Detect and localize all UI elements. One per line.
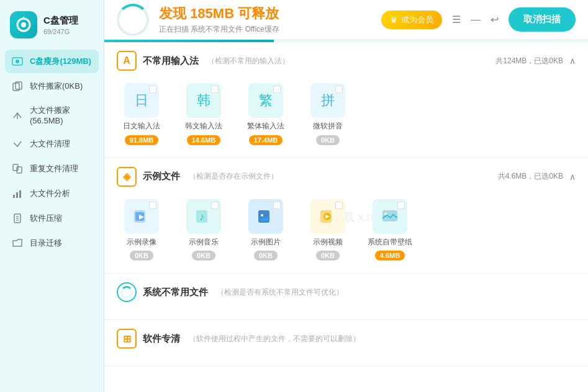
- app-logo: [10, 11, 37, 38]
- file-item-示例图片[interactable]: 示例图片 0KB: [241, 199, 291, 261]
- cancel-scan-button[interactable]: 取消扫描: [509, 7, 576, 32]
- nav-label-large-move: 大文件搬家(56.5MB): [30, 105, 93, 125]
- crown-icon: ♛: [390, 15, 398, 25]
- svg-rect-10: [13, 195, 15, 198]
- items-grid-input-method: 日 日文输入法 91.8MB 韩 韩文输入法 14.6MB 繁 繁体输入法 17…: [117, 79, 576, 149]
- nav-label-dup-clean: 重复文件清理: [30, 163, 78, 174]
- svg-rect-11: [16, 192, 18, 198]
- sidebar-item-dir-move[interactable]: 目录迁移: [5, 231, 99, 255]
- file-size: 17.4MB: [249, 135, 283, 145]
- file-label: 系统自带壁纸: [368, 238, 412, 247]
- file-icon-wrap: [248, 199, 283, 234]
- section-soft-clean: ⊞ 软件专清 （软件使用过程中产生的文件，不需要的可以删除）: [104, 320, 588, 367]
- file-item-系统自带壁纸[interactable]: 系统自带壁纸 4.6MB: [365, 199, 415, 261]
- section-header-right: 共124MB，已选0KB∧: [495, 56, 576, 66]
- file-size: 0KB: [316, 251, 340, 261]
- back-button[interactable]: ↩: [488, 11, 501, 28]
- nav-icon-large-move: [11, 109, 24, 122]
- file-label: 繁体输入法: [247, 122, 284, 131]
- nav-label-soft-move: 软件搬家(0KB): [30, 81, 83, 92]
- file-item-韩文输入法[interactable]: 韩 韩文输入法 14.6MB: [179, 83, 228, 145]
- nav-label-soft-compress: 软件压缩: [30, 213, 62, 224]
- file-label: 韩文输入法: [185, 122, 222, 131]
- section-desc-sample-files: （检测是否存在示例文件）: [189, 171, 278, 182]
- sidebar-item-large-analysis[interactable]: 大文件分析: [5, 182, 99, 205]
- section-input-method: A 不常用输入法 （检测不常用的输入法） 共124MB，已选0KB∧ 日 日文输…: [104, 42, 588, 158]
- section-title-soft-clean: 软件专清: [143, 333, 180, 345]
- file-label: 日文输入法: [123, 122, 160, 131]
- menu-icon-button[interactable]: ☰: [450, 11, 463, 28]
- file-label: 示例录像: [127, 238, 156, 247]
- section-icon-sample-files: ◈: [117, 167, 137, 187]
- file-icon-wrap: 日: [124, 83, 159, 118]
- section-header-left: 系统不常用文件 （检测是否有系统不常用文件可优化）: [117, 282, 343, 302]
- section-collapse-input-method[interactable]: ∧: [569, 56, 576, 66]
- nav-icon-dir-move: [11, 237, 24, 249]
- file-item-示例视频[interactable]: 示例视频 0KB: [303, 199, 353, 261]
- scan-text: 发现 185MB 可释放 正在扫描 系统不常用文件 Office缓存: [159, 4, 279, 35]
- svg-point-4: [16, 60, 19, 63]
- topbar: 发现 185MB 可释放 正在扫描 系统不常用文件 Office缓存 ♛ 成为会…: [104, 0, 588, 40]
- nav-icon-dup-clean: [11, 163, 24, 175]
- svg-point-1: [21, 22, 26, 27]
- sidebar: C盘管理 69/247G C盘瘦身(129MB) 软件搬家(0KB) 大文件搬家…: [0, 0, 104, 392]
- file-size: 91.8MB: [125, 135, 159, 145]
- section-header-right: 共4.6MB，已选0KB∧: [498, 171, 576, 182]
- scan-spinner: [117, 4, 149, 36]
- section-header-left: ⊞ 软件专清 （软件使用过程中产生的文件，不需要的可以删除）: [117, 329, 360, 349]
- topbar-right: ♛ 成为会员 ☰ — ↩ 取消扫描: [381, 7, 576, 32]
- section-desc-soft-clean: （软件使用过程中产生的文件，不需要的可以删除）: [189, 334, 360, 344]
- sidebar-item-soft-compress[interactable]: 软件压缩: [5, 207, 99, 230]
- topbar-left: 发现 185MB 可释放 正在扫描 系统不常用文件 Office缓存: [117, 4, 279, 36]
- section-loading-icon-sys-unused: [117, 282, 137, 302]
- section-collapse-sample-files[interactable]: ∧: [569, 172, 576, 182]
- nav-label-large-clean: 大文件清理: [30, 138, 70, 149]
- file-icon-wrap: 繁: [248, 83, 283, 118]
- file-icon-wrap: [124, 199, 159, 234]
- section-header-sample-files: ◈ 示例文件 （检测是否存在示例文件） 共4.6MB，已选0KB∧: [117, 167, 576, 187]
- minimize-button[interactable]: —: [468, 11, 483, 28]
- file-item-微软拼音[interactable]: 拼 微软拼音 0KB: [303, 83, 353, 145]
- svg-point-28: [384, 213, 387, 215]
- svg-rect-12: [19, 190, 21, 198]
- sidebar-item-large-move[interactable]: 大文件搬家(56.5MB): [5, 99, 99, 131]
- main-panel: 发现 185MB 可释放 正在扫描 系统不常用文件 Office缓存 ♛ 成为会…: [104, 0, 588, 392]
- file-item-示例音乐[interactable]: ♪ 示例音乐 0KB: [179, 199, 228, 261]
- sidebar-item-soft-move[interactable]: 软件搬家(0KB): [5, 74, 99, 98]
- file-item-日文输入法[interactable]: 日 日文输入法 91.8MB: [117, 83, 166, 145]
- section-icon-input-method: A: [117, 51, 137, 71]
- section-sample-files: ◈ 示例文件 （检测是否存在示例文件） 共4.6MB，已选0KB∧ 示例录像 0…: [104, 158, 588, 274]
- scan-subtitle: 正在扫描 系统不常用文件 Office缓存: [159, 24, 279, 35]
- file-size: 4.6MB: [375, 251, 405, 261]
- section-header-soft-clean: ⊞ 软件专清 （软件使用过程中产生的文件，不需要的可以删除）: [117, 329, 576, 349]
- section-header-sys-unused: 系统不常用文件 （检测是否有系统不常用文件可优化）: [117, 282, 576, 302]
- nav-label-large-analysis: 大文件分析: [30, 188, 70, 199]
- file-label: 微软拼音: [313, 122, 343, 131]
- file-icon-wrap: [310, 199, 345, 234]
- section-header-input-method: A 不常用输入法 （检测不常用的输入法） 共124MB，已选0KB∧: [117, 51, 576, 71]
- items-grid-sample-files: 示例录像 0KB ♪ 示例音乐 0KB 示例图片 0KB: [117, 195, 576, 265]
- nav-label-c-slim: C盘瘦身(129MB): [30, 56, 91, 67]
- section-header-left: ◈ 示例文件 （检测是否存在示例文件）: [117, 167, 278, 187]
- section-title-sys-unused: 系统不常用文件: [143, 287, 208, 298]
- vip-button[interactable]: ♛ 成为会员: [381, 11, 442, 29]
- section-desc-sys-unused: （检测是否有系统不常用文件可优化）: [217, 287, 343, 298]
- content-area: KKK下载 x.net A 不常用输入法 （检测不常用的输入法） 共124MB，…: [104, 42, 588, 392]
- sidebar-item-large-clean[interactable]: 大文件清理: [5, 132, 99, 156]
- file-label: 示例视频: [313, 238, 343, 247]
- sidebar-item-dup-clean[interactable]: 重复文件清理: [5, 157, 99, 180]
- file-label: 示例音乐: [189, 238, 219, 247]
- file-item-繁体输入法[interactable]: 繁 繁体输入法 17.4MB: [241, 83, 291, 145]
- section-header-left: A 不常用输入法 （检测不常用的输入法）: [117, 51, 289, 71]
- file-size: 14.6MB: [187, 135, 221, 145]
- file-label: 示例图片: [251, 238, 281, 247]
- app-title: C盘管理: [43, 15, 78, 27]
- file-size: 0KB: [192, 251, 215, 261]
- file-item-示例录像[interactable]: 示例录像 0KB: [117, 199, 166, 261]
- nav-icon-c-slim: [11, 55, 24, 68]
- nav-icon-soft-move: [11, 80, 24, 92]
- sidebar-item-c-slim[interactable]: C盘瘦身(129MB): [5, 50, 99, 73]
- nav-icon-large-clean: [11, 138, 24, 150]
- file-icon-wrap: 韩: [186, 83, 221, 118]
- sidebar-header: C盘管理 69/247G: [0, 0, 104, 47]
